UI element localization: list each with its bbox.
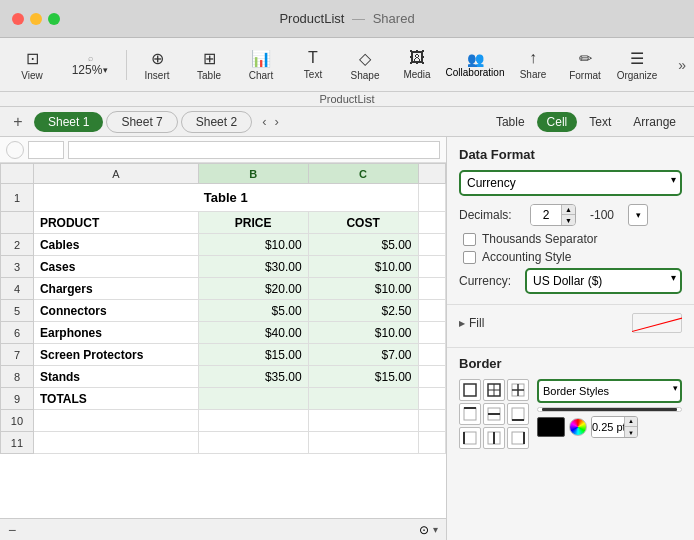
cell-cost-7[interactable]: $15.00 (308, 366, 418, 388)
cell-price-6[interactable]: $15.00 (198, 344, 308, 366)
next-tab-button[interactable]: › (271, 114, 281, 129)
col-header-d[interactable] (418, 164, 445, 184)
neg-format-dropdown[interactable]: ▾ (628, 204, 648, 226)
cell-cost-4[interactable]: $2.50 (308, 300, 418, 322)
zoom-control[interactable]: ⌕ 125% ▾ (60, 53, 120, 77)
sheet-tab-1[interactable]: Sheet 1 (34, 112, 103, 132)
organize-icon: ☰ (630, 49, 644, 68)
panel-tab-cell[interactable]: Cell (537, 112, 578, 132)
border-bottom-button[interactable] (507, 403, 529, 425)
cell-cost-1[interactable]: $5.00 (308, 234, 418, 256)
cell-cost-3[interactable]: $10.00 (308, 278, 418, 300)
cell-price-7[interactable]: $35.00 (198, 366, 308, 388)
sheet-tab-7[interactable]: Sheet 7 (106, 111, 177, 133)
cell-totals-cost[interactable] (308, 388, 418, 410)
decimals-stepper[interactable]: ▲ ▼ (530, 204, 576, 226)
decimals-decrement[interactable]: ▼ (561, 215, 575, 225)
data-format-select-wrapper: Currency ▾ (459, 170, 682, 196)
col-header-c[interactable]: C (308, 164, 418, 184)
close-button[interactable] (12, 13, 24, 25)
currency-select[interactable]: US Dollar ($) (525, 268, 682, 294)
header-d[interactable] (418, 212, 445, 234)
view-button[interactable]: ⊡ View (8, 42, 56, 88)
organize-button[interactable]: ☰ Organize (613, 42, 661, 88)
cell-price-4[interactable]: $5.00 (198, 300, 308, 322)
expand-button[interactable]: » (678, 57, 686, 73)
cell-totals[interactable]: TOTALS (33, 388, 198, 410)
col-header-a[interactable]: A (33, 164, 198, 184)
chart-button[interactable]: 📊 Chart (237, 42, 285, 88)
cell-product-3[interactable]: Chargers (33, 278, 198, 300)
grid-table: A B C 1 Table 1 P (0, 163, 446, 454)
border-outer-button[interactable] (459, 379, 481, 401)
border-left-button[interactable] (459, 427, 481, 449)
cell-product-6[interactable]: Screen Protectors (33, 344, 198, 366)
col-header-b[interactable]: B (198, 164, 308, 184)
cell-price-3[interactable]: $20.00 (198, 278, 308, 300)
header-price[interactable]: PRICE (198, 212, 308, 234)
sheet-tab-2[interactable]: Sheet 2 (181, 111, 252, 133)
border-center-button[interactable] (483, 427, 505, 449)
cell-price-1[interactable]: $10.00 (198, 234, 308, 256)
border-width-input[interactable] (592, 417, 624, 437)
cell-cost-2[interactable]: $10.00 (308, 256, 418, 278)
formula-input[interactable] (68, 141, 440, 159)
cell-price-5[interactable]: $40.00 (198, 322, 308, 344)
panel-tab-arrange[interactable]: Arrange (623, 112, 686, 132)
spreadsheet-grid[interactable]: A B C 1 Table 1 P (0, 163, 446, 518)
minimize-button[interactable] (30, 13, 42, 25)
shape-button[interactable]: ◇ Shape (341, 42, 389, 88)
thousands-separator-checkbox[interactable] (463, 233, 476, 246)
insert-button[interactable]: ⊕ Insert (133, 42, 181, 88)
decimals-input[interactable] (531, 205, 561, 225)
table-button[interactable]: ⊞ Table (185, 42, 233, 88)
panel-tab-table[interactable]: Table (486, 112, 535, 132)
border-style-select-wrapper: Border Styles ▾ (537, 379, 682, 403)
border-color-swatch[interactable] (537, 417, 565, 437)
format-button[interactable]: ✏ Format (561, 42, 609, 88)
border-middle-button[interactable] (483, 403, 505, 425)
header-cost[interactable]: COST (308, 212, 418, 234)
collaboration-button[interactable]: 👥 Collaboration (445, 51, 505, 78)
fill-toggle[interactable]: ▶ (459, 319, 465, 328)
cell-product-2[interactable]: Cases (33, 256, 198, 278)
border-inner-button[interactable] (507, 379, 529, 401)
text-button[interactable]: T Text (289, 42, 337, 88)
row-num-7: 6 (1, 322, 34, 344)
media-button[interactable]: 🖼 Media (393, 42, 441, 88)
maximize-button[interactable] (48, 13, 60, 25)
border-all-button[interactable] (483, 379, 505, 401)
cell-totals-price[interactable] (198, 388, 308, 410)
cell-price-2[interactable]: $30.00 (198, 256, 308, 278)
fill-swatch[interactable] (632, 313, 682, 333)
cell-cost-5[interactable]: $10.00 (308, 322, 418, 344)
cell-1d[interactable] (418, 184, 445, 212)
cell-product-4[interactable]: Connectors (33, 300, 198, 322)
border-width-increment[interactable]: ▲ (624, 416, 637, 427)
border-top-button[interactable] (459, 403, 481, 425)
border-width-decrement[interactable]: ▼ (624, 427, 637, 438)
cell-cost-6[interactable]: $7.00 (308, 344, 418, 366)
cell-product-1[interactable]: Cables (33, 234, 198, 256)
data-format-select[interactable]: Currency (459, 170, 682, 196)
panel-tab-text[interactable]: Text (579, 112, 621, 132)
cell-product-7[interactable]: Stands (33, 366, 198, 388)
border-right-button[interactable] (507, 427, 529, 449)
row-num-4: 3 (1, 256, 34, 278)
table-icon: ⊞ (203, 49, 216, 68)
svg-rect-17 (512, 432, 524, 444)
accounting-style-checkbox[interactable] (463, 251, 476, 264)
remove-sheet-button[interactable]: − (8, 522, 16, 538)
scroll-icon[interactable]: ⊙ (419, 523, 429, 537)
expand-icon[interactable]: ▾ (433, 524, 438, 535)
share-button[interactable]: ↑ Share (509, 42, 557, 88)
border-style-select[interactable]: Border Styles (537, 379, 682, 403)
cell-product-5[interactable]: Earphones (33, 322, 198, 344)
table-title[interactable]: Table 1 (33, 184, 418, 212)
add-sheet-button[interactable]: + (8, 112, 28, 132)
prev-tab-button[interactable]: ‹ (259, 114, 269, 129)
decimals-increment[interactable]: ▲ (561, 205, 575, 215)
border-width-stepper[interactable]: ▲ ▼ (591, 416, 638, 438)
color-picker-icon[interactable] (569, 418, 587, 436)
header-product[interactable]: PRODUCT (33, 212, 198, 234)
